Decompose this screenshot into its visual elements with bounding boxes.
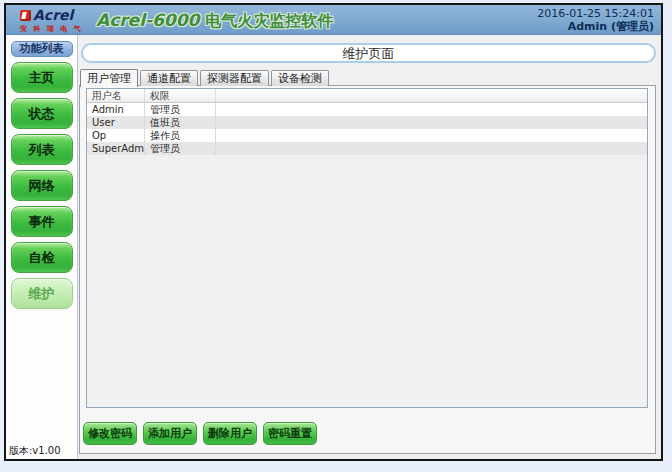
- app-title-cn: 电气火灾监控软件: [205, 11, 333, 30]
- cell-empty: [216, 116, 647, 129]
- column-header-empty: [216, 89, 647, 102]
- cell-username: SuperAdmin: [87, 142, 145, 155]
- change-password-button[interactable]: 修改密码: [83, 422, 137, 445]
- cell-role: 值班员: [145, 116, 216, 129]
- cell-username: Admin: [87, 103, 145, 116]
- cell-username: Op: [87, 129, 145, 142]
- app-title: Acrel-6000电气火灾监控软件: [96, 10, 333, 32]
- acrel-logo: Acrel 安 科 瑞 电 气: [20, 7, 90, 34]
- action-button-row: 修改密码 添加用户 删除用户 密码重置: [83, 422, 323, 445]
- header-status: 2016-01-25 15:24:01 Admin (管理员): [537, 7, 654, 33]
- table-row[interactable]: SuperAdmin 管理员: [87, 142, 647, 155]
- page-title: 维护页面: [81, 43, 656, 63]
- current-user-label: Admin (管理员): [537, 20, 654, 33]
- sidebar: 功能列表 主页 状态 列表 网络 事件 自检 维护 版本:v1.00: [6, 35, 78, 459]
- column-header-role[interactable]: 权限: [145, 89, 216, 102]
- app-title-en: Acrel-6000: [96, 10, 199, 30]
- tab-device-detection[interactable]: 设备检测: [271, 70, 329, 86]
- sidebar-item-selftest[interactable]: 自检: [11, 242, 73, 273]
- cell-role: 管理员: [145, 142, 216, 155]
- sidebar-item-list[interactable]: 列表: [11, 134, 73, 165]
- sidebar-item-network[interactable]: 网络: [11, 170, 73, 201]
- version-label: 版本:v1.00: [9, 444, 61, 458]
- reset-password-button[interactable]: 密码重置: [263, 422, 317, 445]
- tab-detector-config[interactable]: 探测器配置: [200, 70, 269, 86]
- sidebar-item-status[interactable]: 状态: [11, 98, 73, 129]
- tab-bar: 用户管理 通道配置 探测器配置 设备检测: [80, 68, 331, 86]
- table-header-row: 用户名 权限: [87, 89, 647, 103]
- logo-subtitle: 安 科 瑞 电 气: [20, 24, 90, 34]
- delete-user-button[interactable]: 删除用户: [203, 422, 257, 445]
- sidebar-title: 功能列表: [11, 41, 73, 57]
- cell-username: User: [87, 116, 145, 129]
- add-user-button[interactable]: 添加用户: [143, 422, 197, 445]
- cell-role: 操作员: [145, 129, 216, 142]
- cell-role: 管理员: [145, 103, 216, 116]
- cell-empty: [216, 142, 647, 155]
- sidebar-item-home[interactable]: 主页: [11, 62, 73, 93]
- tab-user-management[interactable]: 用户管理: [80, 69, 138, 87]
- app-window: Acrel 安 科 瑞 电 气 Acrel-6000电气火灾监控软件 2016-…: [4, 3, 663, 461]
- acrel-logo-icon: [20, 10, 31, 21]
- table-row[interactable]: Op 操作员: [87, 129, 647, 142]
- user-table: 用户名 权限 Admin 管理员 User 值班员: [86, 88, 648, 408]
- datetime-label: 2016-01-25 15:24:01: [537, 7, 654, 20]
- sidebar-item-events[interactable]: 事件: [11, 206, 73, 237]
- cell-empty: [216, 103, 647, 116]
- sidebar-item-maintenance[interactable]: 维护: [11, 278, 73, 309]
- screen: Acrel 安 科 瑞 电 气 Acrel-6000电气火灾监控软件 2016-…: [0, 0, 672, 472]
- main-area: 维护页面 用户管理 通道配置 探测器配置 设备检测 用户名 权限 Admin 管…: [78, 35, 661, 459]
- tab-channel-config[interactable]: 通道配置: [140, 70, 198, 86]
- logo-brand-text: Acrel: [33, 7, 73, 23]
- table-row[interactable]: User 值班员: [87, 116, 647, 129]
- column-header-username[interactable]: 用户名: [87, 89, 145, 102]
- table-row[interactable]: Admin 管理员: [87, 103, 647, 116]
- header-bar: Acrel 安 科 瑞 电 气 Acrel-6000电气火灾监控软件 2016-…: [6, 5, 661, 35]
- tab-content-panel: 用户名 权限 Admin 管理员 User 值班员: [79, 85, 656, 454]
- cell-empty: [216, 129, 647, 142]
